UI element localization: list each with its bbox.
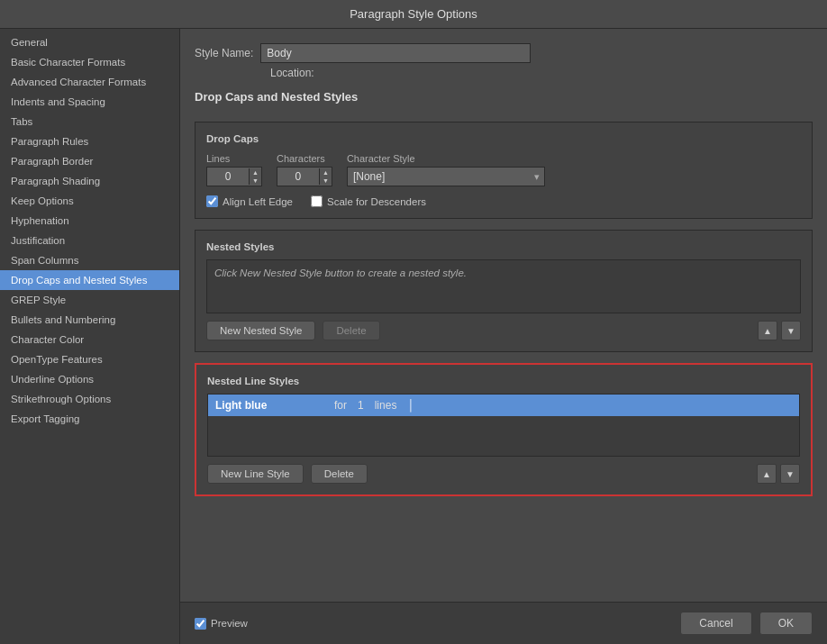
sidebar-item-para-rules[interactable]: Paragraph Rules bbox=[0, 132, 179, 151]
sidebar-item-opentype[interactable]: OpenType Features bbox=[0, 349, 179, 369]
line-style-row[interactable]: Light blue for 1 lines │ bbox=[208, 395, 799, 416]
sidebar-item-strikethrough[interactable]: Strikethrough Options bbox=[0, 389, 179, 409]
sidebar-item-char-color[interactable]: Character Color bbox=[0, 330, 179, 349]
scale-descenders-label[interactable]: Scale for Descenders bbox=[311, 195, 426, 207]
delete-line-style-btn[interactable]: Delete bbox=[311, 464, 368, 484]
nested-styles-box: Nested Styles Click New Nested Style but… bbox=[195, 230, 813, 352]
sidebar-item-general[interactable]: General bbox=[0, 32, 179, 52]
line-style-for: for bbox=[334, 399, 347, 412]
lines-input[interactable] bbox=[207, 168, 249, 186]
footer: Preview Cancel OK bbox=[180, 602, 827, 644]
style-name-label: Style Name: bbox=[195, 47, 253, 59]
chars-down-btn[interactable]: ▼ bbox=[320, 177, 332, 185]
new-line-style-btn[interactable]: New Line Style bbox=[207, 464, 304, 484]
sidebar-item-keep-options[interactable]: Keep Options bbox=[0, 191, 179, 211]
nested-styles-list: Click New Nested Style button to create … bbox=[206, 259, 801, 313]
sidebar-item-tabs[interactable]: Tabs bbox=[0, 112, 179, 132]
sidebar-item-adv-char[interactable]: Advanced Character Formats bbox=[0, 72, 179, 92]
sidebar-item-basic-char[interactable]: Basic Character Formats bbox=[0, 52, 179, 72]
ok-button[interactable]: OK bbox=[759, 612, 813, 635]
delete-nested-style-btn[interactable]: Delete bbox=[323, 321, 379, 340]
location-label: Location: bbox=[270, 67, 314, 79]
content-area: Style Name: Location: Drop Caps and Nest… bbox=[180, 29, 827, 602]
cancel-button[interactable]: Cancel bbox=[680, 612, 751, 635]
sidebar-item-para-shading[interactable]: Paragraph Shading bbox=[0, 171, 179, 191]
style-name-input[interactable] bbox=[260, 43, 531, 63]
section-title: Drop Caps and Nested Styles bbox=[195, 90, 813, 104]
sidebar-item-indents[interactable]: Indents and Spacing bbox=[0, 92, 179, 112]
nested-style-up-btn[interactable]: ▲ bbox=[758, 321, 777, 340]
preview-checkbox[interactable] bbox=[195, 618, 206, 630]
chars-label: Characters bbox=[277, 153, 332, 164]
char-style-label: Character Style bbox=[347, 153, 545, 164]
drop-caps-box: Drop Caps Lines ▲ ▼ Characters bbox=[195, 122, 813, 219]
lines-label: Lines bbox=[206, 153, 262, 164]
nested-styles-hint: Click New Nested Style button to create … bbox=[207, 260, 800, 286]
line-style-up-btn[interactable]: ▲ bbox=[757, 464, 777, 484]
title-bar: Paragraph Style Options bbox=[0, 0, 827, 29]
lines-down-btn[interactable]: ▼ bbox=[250, 177, 261, 185]
sidebar: GeneralBasic Character FormatsAdvanced C… bbox=[0, 29, 180, 644]
sidebar-item-drop-caps[interactable]: Drop Caps and Nested Styles bbox=[0, 270, 179, 290]
sidebar-item-bullets[interactable]: Bullets and Numbering bbox=[0, 310, 179, 330]
sidebar-item-hyphenation[interactable]: Hyphenation bbox=[0, 211, 179, 231]
lines-up-btn[interactable]: ▲ bbox=[250, 168, 261, 177]
chars-input[interactable] bbox=[277, 168, 319, 186]
preview-label[interactable]: Preview bbox=[195, 618, 248, 630]
nested-line-styles-title: Nested Line Styles bbox=[207, 376, 800, 386]
sidebar-item-span-columns[interactable]: Span Columns bbox=[0, 250, 179, 270]
align-left-edge-checkbox[interactable] bbox=[206, 195, 218, 207]
sidebar-item-para-border[interactable]: Paragraph Border bbox=[0, 151, 179, 171]
dialog-title: Paragraph Style Options bbox=[350, 7, 477, 21]
sidebar-item-justification[interactable]: Justification bbox=[0, 231, 179, 250]
drop-caps-title: Drop Caps bbox=[206, 133, 801, 144]
align-left-edge-label[interactable]: Align Left Edge bbox=[206, 195, 293, 207]
nested-style-down-btn[interactable]: ▼ bbox=[781, 321, 801, 340]
line-style-down-btn[interactable]: ▼ bbox=[780, 464, 800, 484]
sidebar-item-grep-style[interactable]: GREP Style bbox=[0, 290, 179, 310]
line-styles-list[interactable]: Light blue for 1 lines │ bbox=[207, 394, 800, 457]
scale-descenders-checkbox[interactable] bbox=[311, 195, 323, 207]
line-style-number: 1 bbox=[358, 399, 364, 412]
line-style-unit: lines bbox=[375, 399, 397, 412]
char-style-select[interactable]: [None] bbox=[347, 167, 545, 186]
sidebar-item-export-tagging[interactable]: Export Tagging bbox=[0, 409, 179, 429]
chars-up-btn[interactable]: ▲ bbox=[320, 168, 332, 177]
sidebar-item-underline[interactable]: Underline Options bbox=[0, 369, 179, 389]
cursor-indicator: │ bbox=[407, 399, 416, 412]
new-nested-style-btn[interactable]: New Nested Style bbox=[206, 321, 315, 340]
nested-styles-title: Nested Styles bbox=[206, 241, 801, 252]
nested-line-styles-box: Nested Line Styles Light blue for 1 line… bbox=[195, 363, 813, 496]
line-style-name: Light blue bbox=[215, 399, 323, 412]
